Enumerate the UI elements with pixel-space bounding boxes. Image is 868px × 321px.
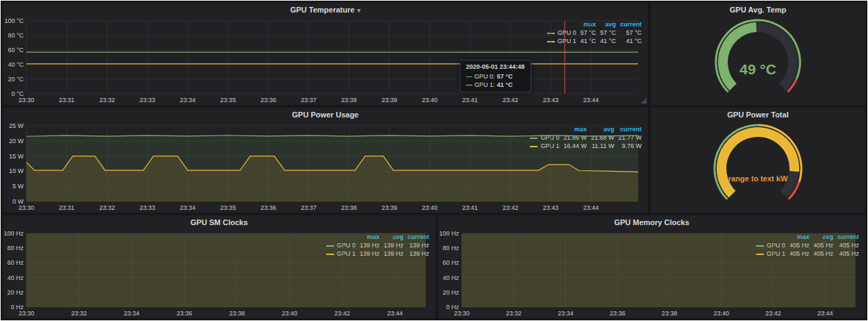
svg-text:23:40: 23:40: [422, 97, 437, 104]
svg-text:23:36: 23:36: [260, 97, 276, 104]
svg-text:23:38: 23:38: [662, 310, 678, 317]
grafana-gpu-dashboard: GPU Temperature▾ 2020-05-01 23:44:48—GPU…: [1, 1, 867, 320]
svg-text:23:41: 23:41: [462, 97, 478, 104]
svg-text:23:43: 23:43: [543, 204, 559, 211]
panel-header-gpu-temperature[interactable]: GPU Temperature▾: [3, 3, 648, 17]
chart-sm-svg: 23:3023:3223:3423:3623:3823:4023:4223:44…: [3, 229, 430, 318]
svg-text:23:31: 23:31: [59, 204, 75, 211]
svg-text:23:36: 23:36: [176, 310, 192, 317]
svg-text:23:40: 23:40: [282, 310, 298, 317]
chart-power-svg: 23:3023:3123:3223:3323:3423:3523:3623:37…: [3, 122, 642, 213]
svg-text:23:38: 23:38: [341, 204, 357, 211]
panel-header-gpu-sm-clocks[interactable]: GPU SM Clocks: [3, 215, 435, 229]
svg-text:100 Hz: 100 Hz: [439, 230, 459, 237]
panel-header-gpu-avg-temp[interactable]: GPU Avg. Temp: [651, 3, 865, 17]
gpu-temperature-chart[interactable]: 2020-05-01 23:44:48—GPU 0:57 °C—GPU 1:41…: [3, 17, 544, 105]
tooltip-row: —GPU 0:57 °C: [466, 72, 525, 81]
svg-text:5 W: 5 W: [12, 183, 24, 190]
avg-temp-gauge: 49 °C: [651, 17, 865, 105]
panel-resize-handle[interactable]: [641, 98, 646, 104]
svg-text:23:38: 23:38: [229, 310, 245, 317]
panel-title: GPU Memory Clocks: [614, 218, 689, 227]
gpu-power-usage-chart[interactable]: 23:3023:3123:3223:3323:3423:3523:3623:37…: [3, 122, 526, 213]
svg-text:23:30: 23:30: [19, 97, 35, 104]
tooltip-row: —GPU 1:41 °C: [466, 81, 525, 89]
panel-title: GPU Power Usage: [292, 110, 359, 119]
svg-text:23:30: 23:30: [454, 310, 470, 317]
svg-text:23:42: 23:42: [335, 310, 351, 317]
svg-text:23:42: 23:42: [503, 97, 519, 104]
gauge-value-text: 49 °C: [740, 61, 776, 77]
panel-gpu-power-total: GPU Power Total range to text kW: [651, 108, 865, 213]
svg-text:23:42: 23:42: [765, 310, 781, 317]
svg-text:23:31: 23:31: [59, 97, 75, 104]
series-swatch: —: [466, 81, 472, 88]
svg-text:23:36: 23:36: [610, 310, 626, 317]
svg-text:23:32: 23:32: [99, 204, 115, 211]
svg-text:23:43: 23:43: [543, 97, 559, 104]
panel-gpu-avg-temp: GPU Avg. Temp 49 °C: [651, 3, 865, 105]
svg-text:40 Hz: 40 Hz: [442, 274, 459, 281]
panel-header-gpu-power-usage[interactable]: GPU Power Usage: [3, 108, 648, 122]
svg-text:0 Hz: 0 Hz: [10, 304, 24, 311]
svg-text:60 Hz: 60 Hz: [442, 259, 459, 266]
svg-text:23:32: 23:32: [72, 310, 87, 317]
svg-text:80 Hz: 80 Hz: [442, 245, 459, 252]
svg-text:23:36: 23:36: [260, 204, 276, 211]
svg-text:23:44: 23:44: [817, 310, 833, 317]
svg-text:23:35: 23:35: [220, 204, 236, 211]
svg-text:23:37: 23:37: [301, 97, 317, 104]
series-swatch: —: [466, 73, 472, 80]
svg-text:80 Hz: 80 Hz: [7, 245, 24, 252]
panel-title: GPU SM Clocks: [190, 218, 248, 227]
panel-header-gpu-power-total[interactable]: GPU Power Total: [651, 108, 865, 122]
svg-text:23:34: 23:34: [180, 97, 196, 104]
panel-gpu-memory-clocks: GPU Memory Clocks 23:3023:3223:3423:3623…: [438, 215, 865, 318]
svg-text:100 Hz: 100 Hz: [3, 230, 24, 237]
power-total-gauge: range to text kW: [651, 122, 865, 213]
panel-title: GPU Power Total: [727, 110, 788, 119]
svg-text:23:40: 23:40: [713, 310, 729, 317]
svg-text:23:33: 23:33: [140, 204, 156, 211]
svg-text:80 °C: 80 °C: [8, 32, 24, 39]
svg-text:23:35: 23:35: [220, 97, 236, 104]
svg-text:40 Hz: 40 Hz: [7, 274, 24, 281]
svg-text:23:33: 23:33: [140, 97, 156, 104]
svg-text:60 °C: 60 °C: [8, 47, 24, 54]
chart-tooltip: 2020-05-01 23:44:48—GPU 0:57 °C—GPU 1:41…: [460, 60, 531, 92]
svg-text:23:30: 23:30: [19, 310, 35, 317]
svg-text:23:42: 23:42: [503, 204, 519, 211]
svg-text:23:38: 23:38: [341, 97, 357, 104]
svg-text:20 °C: 20 °C: [8, 76, 24, 83]
gpu-sm-clocks-chart[interactable]: 23:3023:3223:3423:3623:3823:4023:4223:44…: [3, 229, 323, 318]
svg-text:20 Hz: 20 Hz: [442, 289, 459, 296]
svg-text:0 Hz: 0 Hz: [446, 304, 459, 311]
panel-title: GPU Temperature: [290, 6, 355, 14]
panel-header-gpu-memory-clocks[interactable]: GPU Memory Clocks: [438, 215, 865, 229]
gpu-memory-clocks-chart[interactable]: 23:3023:3223:3423:3623:3823:4023:4223:44…: [438, 229, 753, 318]
svg-text:10 W: 10 W: [9, 167, 24, 174]
svg-text:20 Hz: 20 Hz: [7, 289, 24, 296]
svg-text:23:41: 23:41: [462, 204, 478, 211]
panel-gpu-temperature: GPU Temperature▾ 2020-05-01 23:44:48—GPU…: [3, 3, 648, 105]
panel-title: GPU Avg. Temp: [730, 6, 787, 14]
svg-text:23:44: 23:44: [583, 204, 599, 211]
svg-text:23:34: 23:34: [180, 204, 196, 211]
svg-text:23:39: 23:39: [381, 97, 397, 104]
svg-text:0 W: 0 W: [12, 198, 24, 205]
chevron-down-icon: ▾: [358, 7, 361, 14]
panel-gpu-power-usage: GPU Power Usage 23:3023:3123:3223:3323:3…: [3, 108, 648, 213]
svg-text:40 °C: 40 °C: [8, 61, 24, 68]
chart-mem-svg: 23:3023:3223:3423:3623:3823:4023:4223:44…: [438, 229, 860, 318]
tooltip-time: 2020-05-01 23:44:48: [466, 63, 525, 70]
svg-text:23:44: 23:44: [583, 97, 599, 104]
svg-text:23:39: 23:39: [381, 204, 397, 211]
svg-text:23:34: 23:34: [124, 310, 140, 317]
gauge-svg: range to text kW: [651, 122, 865, 213]
svg-text:25 W: 25 W: [9, 122, 24, 129]
chart-temp-svg: 23:3023:3123:3223:3323:3423:3523:3623:37…: [3, 17, 642, 105]
svg-text:0 °C: 0 °C: [11, 90, 24, 97]
svg-text:23:32: 23:32: [506, 310, 521, 317]
svg-text:20 W: 20 W: [9, 138, 24, 145]
gauge-svg: 49 °C: [651, 17, 865, 105]
